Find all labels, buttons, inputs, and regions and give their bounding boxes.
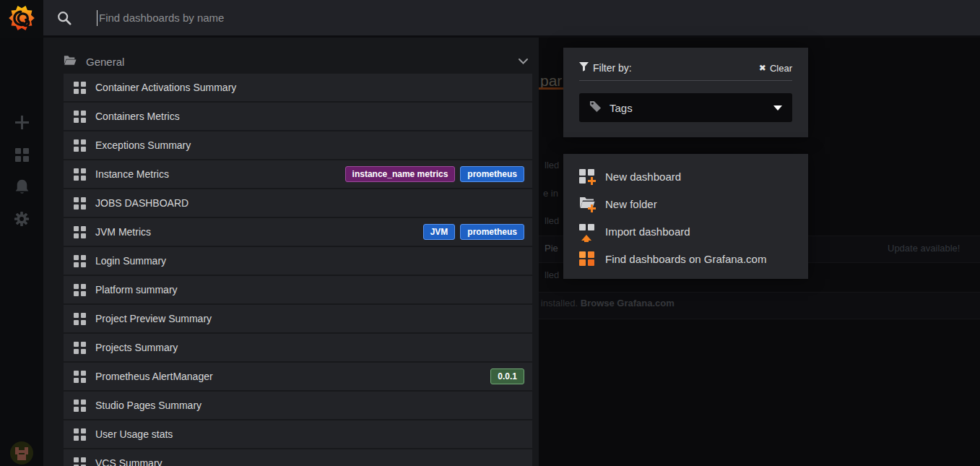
- dashboard-row[interactable]: VCS Summary: [64, 449, 532, 466]
- dashboard-title: Project Preview Summary: [95, 313, 212, 324]
- menu-item-label: Find dashboards on Grafana.com: [605, 253, 766, 265]
- import-dashboard-icon: [579, 223, 595, 239]
- search-icon: [56, 10, 72, 26]
- new-dashboard-menu-item[interactable]: New dashboard: [563, 163, 808, 190]
- folder-open-icon: [64, 55, 77, 68]
- dashboard-title: Projects Summary: [95, 342, 178, 353]
- dashboard-row[interactable]: Instance Metrics instance_name metricspr…: [64, 160, 532, 188]
- dashboard-row[interactable]: Prometheus AlertManager 0.0.1: [64, 363, 532, 390]
- menu-item-label: Import dashboard: [605, 225, 690, 238]
- dashboard-tile-icon: [74, 197, 86, 210]
- configuration-gear-icon[interactable]: [0, 211, 43, 227]
- tag-badge[interactable]: prometheus: [460, 224, 524, 240]
- dashboard-title: JOBS DASHBOARD: [95, 197, 188, 209]
- dimmed-browse-link: Browse Grafana.com: [581, 298, 675, 308]
- folder-section-general[interactable]: General: [64, 51, 532, 72]
- dashboard-tile-icon: [74, 111, 86, 123]
- chevron-down-icon[interactable]: [519, 59, 528, 64]
- new-dashboard-icon: [579, 168, 595, 184]
- dimmed-text-fragment: e in: [543, 188, 558, 199]
- folder-name: General: [86, 56, 124, 68]
- dashboard-tile-icon: [74, 139, 86, 152]
- dimmed-installed-line: e installed. Browse Grafana.com: [533, 298, 675, 308]
- dimmed-text-fragment: lled: [545, 215, 559, 226]
- dashboard-title: JVM Metrics: [95, 226, 151, 238]
- grafana-logo-icon: [8, 4, 35, 32]
- dashboard-tile-icon: [74, 371, 86, 383]
- filter-by-label: Filter by:: [593, 62, 632, 74]
- dashboard-title: Login Summary: [95, 255, 166, 267]
- dashboard-row[interactable]: Platform summary: [64, 276, 532, 303]
- dashboard-tile-icon: [74, 457, 86, 466]
- dashboard-title: VCS Summary: [95, 457, 162, 466]
- tag-icon: [589, 100, 602, 116]
- find-dashboards-grafana-menu-item[interactable]: Find dashboards on Grafana.com: [563, 245, 808, 272]
- dimmed-update-notice: Update available!: [888, 243, 960, 254]
- dimmed-text-fragment: lled: [545, 269, 559, 280]
- dashboard-row[interactable]: Login Summary: [64, 247, 532, 275]
- grafana-logo[interactable]: [0, 0, 43, 37]
- dashboard-row[interactable]: JOBS DASHBOARD: [64, 189, 532, 217]
- dimmed-text-fragment: Pie: [545, 243, 558, 254]
- dashboard-tile-icon: [74, 428, 86, 441]
- clear-x-icon: ✖: [759, 63, 766, 73]
- menu-item-label: New dashboard: [605, 171, 681, 183]
- dashboard-title: Instance Metrics: [95, 168, 169, 180]
- menu-item-label: New folder: [605, 198, 657, 210]
- dashboard-tile-icon: [74, 400, 86, 412]
- grafana-apps-icon: [579, 251, 595, 267]
- dashboard-actions-menu: New dashboard New folder Import dashboar…: [563, 154, 808, 279]
- caret-down-icon: [773, 105, 782, 111]
- tags-filter-select[interactable]: Tags: [579, 93, 792, 122]
- create-plus-icon[interactable]: [0, 116, 43, 129]
- dashboard-title: Container Activations Summary: [95, 82, 236, 93]
- dashboard-title: Containers Metrics: [95, 111, 180, 122]
- dashboard-title: Platform summary: [95, 284, 178, 295]
- dashboard-list: Container Activations Summary Containers…: [64, 74, 532, 466]
- dashboards-icon[interactable]: [0, 148, 43, 162]
- filter-header: Filter by: ✖ Clear: [579, 62, 792, 81]
- tag-badge[interactable]: 0.0.1: [490, 368, 524, 384]
- search-results-panel: General Container Activations Summary Co…: [43, 38, 539, 466]
- dashboard-tile-icon: [74, 168, 86, 181]
- dashboard-row[interactable]: Project Preview Summary: [64, 305, 532, 332]
- dashboard-row[interactable]: Containers Metrics: [64, 103, 532, 130]
- dimmed-tab-underline: [539, 87, 565, 90]
- user-avatar[interactable]: [10, 441, 33, 465]
- dashboard-title: Prometheus AlertManager: [95, 371, 213, 382]
- dashboard-row[interactable]: JVM Metrics JVMprometheus: [64, 218, 532, 246]
- alerting-bell-icon[interactable]: [0, 179, 43, 195]
- tag-badge[interactable]: JVM: [423, 224, 456, 240]
- dashboard-tile-icon: [74, 82, 86, 94]
- import-dashboard-menu-item[interactable]: Import dashboard: [563, 217, 808, 245]
- dashboard-tile-icon: [74, 255, 86, 267]
- dashboard-row[interactable]: Projects Summary: [64, 334, 532, 361]
- tags-select-value: Tags: [610, 102, 633, 114]
- dashboard-title: Exceptions Summary: [95, 139, 191, 151]
- dashboard-title: User Usage stats: [95, 428, 173, 440]
- dashboard-row[interactable]: Exceptions Summary: [64, 131, 532, 159]
- filter-funnel-icon: [579, 62, 589, 74]
- top-bar: [0, 0, 980, 38]
- new-folder-menu-item[interactable]: New folder: [563, 190, 808, 217]
- left-sidebar: ?: [0, 38, 43, 466]
- filter-panel: Filter by: ✖ Clear Tags: [563, 48, 808, 137]
- clear-filters-button[interactable]: ✖ Clear: [759, 63, 792, 74]
- dashboard-row[interactable]: Studio Pages Summary: [64, 392, 532, 419]
- new-folder-icon: [579, 196, 595, 212]
- dimmed-installed-prefix: e installed.: [533, 298, 581, 308]
- tag-badge[interactable]: prometheus: [460, 166, 524, 182]
- dimmed-text-fragment: lled: [545, 160, 559, 171]
- dashboard-tile-icon: [74, 284, 86, 296]
- dashboard-tile-icon: [74, 342, 86, 354]
- dashboard-tile-icon: [74, 226, 86, 238]
- tag-badge[interactable]: instance_name metrics: [345, 166, 456, 182]
- dashboard-tile-icon: [74, 313, 86, 325]
- clear-label: Clear: [770, 63, 792, 74]
- dashboard-title: Studio Pages Summary: [95, 400, 201, 411]
- search-input[interactable]: [99, 12, 503, 24]
- dashboard-row[interactable]: User Usage stats: [64, 420, 532, 448]
- text-cursor: [97, 10, 97, 26]
- dashboard-row[interactable]: Container Activations Summary: [64, 74, 532, 101]
